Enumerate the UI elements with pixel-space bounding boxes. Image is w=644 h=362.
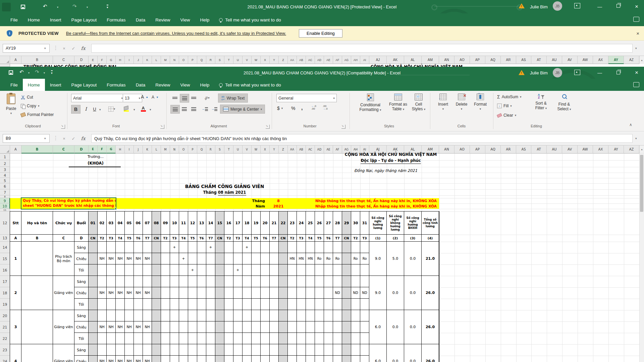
role-cell-2[interactable]: Giảng viên bbox=[53, 276, 74, 310]
col-header-stt[interactable]: Stt bbox=[10, 212, 21, 235]
day-cell-3-Sáng-11[interactable] bbox=[179, 310, 188, 321]
day-cell-3-Tối-06[interactable] bbox=[134, 333, 143, 344]
font-size-combo[interactable]: 13▾ bbox=[123, 94, 142, 102]
day-cell-3-Sáng-09[interactable] bbox=[161, 310, 170, 321]
day-cell-1-Chiều-07[interactable]: NH bbox=[143, 253, 152, 264]
fill-button[interactable]: ↓ Fill▾ bbox=[497, 104, 512, 108]
day-cell-2-Tối-07[interactable] bbox=[143, 299, 152, 310]
day-cell-1-Tối-23[interactable] bbox=[288, 264, 297, 276]
column-header-R[interactable]: R bbox=[206, 56, 215, 64]
row-header-13[interactable]: 13 bbox=[0, 235, 10, 242]
ribbon-display-options-icon[interactable]: ▴ bbox=[574, 70, 580, 75]
total-cell-3-2[interactable]: 0.0 bbox=[387, 310, 404, 344]
increase-indent-icon[interactable]: → bbox=[210, 105, 219, 113]
day-cell-3-Chiều-29[interactable] bbox=[342, 321, 351, 333]
day-cell-3-Sáng-10[interactable] bbox=[170, 310, 179, 321]
day-cell-4-Chiều-28[interactable] bbox=[333, 356, 342, 362]
column-header-AS[interactable]: AS bbox=[516, 56, 531, 64]
day-cell-3-Tối-14[interactable] bbox=[206, 333, 215, 344]
column-header-Z[interactable]: Z bbox=[279, 56, 288, 64]
tab-view[interactable]: View bbox=[175, 13, 195, 26]
day-cell-4-Sáng-11[interactable] bbox=[179, 344, 188, 356]
redo-icon[interactable]: ↷ bbox=[35, 69, 39, 75]
name-box-dropdown-icon[interactable]: ▾ bbox=[44, 137, 46, 140]
day-cell-3-Tối-31[interactable] bbox=[360, 333, 369, 344]
scrollbar-thumb[interactable] bbox=[640, 155, 643, 212]
day-cell-2-Tối-15[interactable] bbox=[215, 299, 224, 310]
font-name-combo[interactable]: Arial▾ bbox=[71, 94, 125, 102]
column-header-P[interactable]: P bbox=[188, 56, 197, 64]
dow-cell-25[interactable]: T4 bbox=[306, 235, 315, 242]
letter-cell-B[interactable]: B bbox=[21, 235, 53, 242]
day-cell-3-Sáng-30[interactable] bbox=[351, 310, 360, 321]
day-cell-3-Tối-25[interactable] bbox=[306, 333, 315, 344]
column-header-AV[interactable]: AV bbox=[562, 145, 578, 154]
day-cell-2-Sáng-23[interactable] bbox=[288, 276, 297, 287]
day-cell-2-Chiều-31[interactable]: ND bbox=[360, 287, 369, 299]
day-cell-3-Tối-28[interactable] bbox=[333, 333, 342, 344]
day-cell-3-Tối-26[interactable] bbox=[315, 333, 324, 344]
day-cell-3-Tối-15[interactable] bbox=[215, 333, 224, 344]
day-cell-2-Tối-16[interactable] bbox=[224, 299, 233, 310]
column-header-K[interactable]: K bbox=[143, 56, 152, 64]
day-cell-2-Chiều-04[interactable]: NH bbox=[116, 287, 125, 299]
day-cell-3-Chiều-21[interactable] bbox=[270, 321, 279, 333]
name-cell-2[interactable] bbox=[21, 276, 53, 310]
dow-cell-14[interactable]: T7 bbox=[206, 235, 215, 242]
column-header-AT[interactable]: AT bbox=[531, 145, 547, 154]
dow-cell-17[interactable]: T3 bbox=[233, 235, 243, 242]
day-cell-1-Sáng-03[interactable] bbox=[107, 242, 116, 253]
column-header-F[interactable]: F bbox=[98, 145, 107, 154]
day-cell-2-Chiều-29[interactable] bbox=[342, 287, 351, 299]
day-cell-3-Tối-29[interactable] bbox=[342, 333, 351, 344]
day-cell-4-Sáng-27[interactable] bbox=[324, 344, 333, 356]
day-cell-1-Chiều-05[interactable]: NH bbox=[125, 253, 134, 264]
total-cell-1-1[interactable]: 9.0 bbox=[369, 242, 387, 276]
row-header-4[interactable]: 4 bbox=[0, 173, 10, 178]
day-cell-3-Sáng-03[interactable] bbox=[107, 310, 116, 321]
select-all-corner[interactable] bbox=[0, 56, 10, 64]
day-cell-3-Sáng-18[interactable] bbox=[243, 310, 252, 321]
session-cell-3-Chiều[interactable]: Chiều bbox=[74, 321, 89, 333]
day-cell-3-Chiều-13[interactable] bbox=[197, 321, 206, 333]
column-header-L[interactable]: L bbox=[152, 145, 161, 154]
decrease-decimal-icon[interactable]: .00→.0 bbox=[323, 105, 328, 110]
day-cell-1-Chiều-14[interactable] bbox=[206, 253, 215, 264]
day-cell-4-Sáng-22[interactable] bbox=[279, 344, 288, 356]
column-header-G[interactable]: G bbox=[107, 56, 116, 64]
underline-button[interactable]: U bbox=[91, 105, 98, 113]
column-header-M[interactable]: M bbox=[161, 56, 170, 64]
day-cell-3-Chiều-08[interactable] bbox=[152, 321, 161, 333]
day-cell-1-Tối-17[interactable]: + bbox=[233, 264, 243, 276]
dow-cell-24[interactable]: T3 bbox=[297, 235, 306, 242]
day-cell-1-Tối-22[interactable] bbox=[279, 264, 288, 276]
day-cell-1-Tối-14[interactable] bbox=[206, 264, 215, 276]
day-cell-2-Sáng-02[interactable] bbox=[98, 276, 107, 287]
ribbon-display-options-icon[interactable]: ▴ bbox=[574, 3, 580, 8]
day-cell-3-Chiều-16[interactable] bbox=[224, 321, 233, 333]
total-cell-4-1[interactable]: 6.0 bbox=[369, 344, 387, 362]
day-cell-2-Tối-04[interactable] bbox=[116, 299, 125, 310]
day-cell-1-Chiều-16[interactable] bbox=[224, 253, 233, 264]
day-cell-4-Chiều-27[interactable] bbox=[324, 356, 333, 362]
day-header-25[interactable]: 25 bbox=[306, 212, 315, 235]
total-cell-1-2[interactable]: 5.0 bbox=[387, 242, 404, 276]
column-header-F[interactable]: F bbox=[98, 56, 107, 64]
day-cell-2-Chiều-01[interactable] bbox=[89, 287, 98, 299]
day-header-27[interactable]: 27 bbox=[324, 212, 333, 235]
day-cell-3-Tối-18[interactable] bbox=[243, 333, 252, 344]
day-cell-2-Sáng-25[interactable] bbox=[306, 276, 315, 287]
day-cell-1-Chiều-31[interactable]: Ro bbox=[360, 253, 369, 264]
day-header-15[interactable]: 15 bbox=[215, 212, 224, 235]
column-header-AH[interactable]: AH bbox=[351, 56, 360, 64]
day-header-04[interactable]: 04 bbox=[116, 212, 125, 235]
stt-cell-1[interactable]: 1 bbox=[10, 242, 21, 276]
day-cell-4-Chiều-06[interactable]: NH bbox=[134, 356, 143, 362]
column-header-Y[interactable]: Y bbox=[270, 145, 279, 154]
dow-cell-15[interactable]: CN bbox=[215, 235, 224, 242]
day-cell-3-Sáng-29[interactable] bbox=[342, 310, 351, 321]
column-header-M[interactable]: M bbox=[161, 145, 170, 154]
column-header-W[interactable]: W bbox=[252, 56, 261, 64]
total-cell-4-3[interactable]: 0.0 bbox=[404, 344, 422, 362]
day-cell-1-Sáng-13[interactable] bbox=[197, 242, 206, 253]
